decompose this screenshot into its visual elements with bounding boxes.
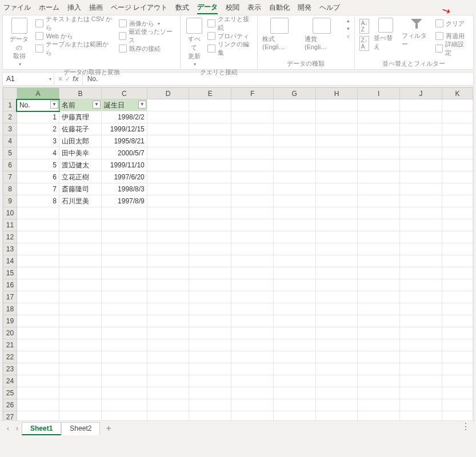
cell[interactable] [442, 291, 473, 303]
filter-dropdown-button[interactable]: ▼ [138, 101, 146, 109]
cell[interactable] [442, 99, 473, 111]
cell[interactable] [273, 255, 315, 267]
filter-dropdown-button[interactable]: ▼ [50, 101, 58, 109]
cell[interactable]: 斎藤隆司 [59, 183, 102, 195]
cell[interactable] [358, 195, 400, 207]
cell[interactable] [400, 183, 442, 195]
cell[interactable] [59, 399, 102, 411]
cell[interactable] [442, 351, 473, 363]
cell[interactable]: 田中美幸 [59, 147, 102, 159]
cell[interactable] [442, 195, 473, 207]
menu-tab-開発[interactable]: 開発 [298, 2, 311, 14]
row-header[interactable]: 21 [3, 339, 17, 351]
cell[interactable] [358, 255, 400, 267]
cell[interactable] [189, 231, 231, 243]
menu-tab-ファイル[interactable]: ファイル [3, 2, 31, 14]
cell[interactable] [17, 267, 59, 279]
cell[interactable] [400, 279, 442, 291]
row-header[interactable]: 8 [3, 183, 17, 195]
row-header[interactable]: 9 [3, 195, 17, 207]
cell[interactable] [101, 351, 147, 363]
cell[interactable] [189, 339, 231, 351]
cell[interactable] [315, 99, 358, 111]
cell[interactable] [147, 207, 189, 219]
cell[interactable] [59, 231, 102, 243]
advanced-filter-button[interactable]: 詳細設定 [435, 43, 469, 54]
cell[interactable] [400, 399, 442, 411]
cell[interactable] [101, 207, 147, 219]
filter-button[interactable]: フィルター [402, 18, 431, 49]
cell[interactable]: 2 [17, 123, 59, 135]
cell[interactable] [147, 171, 189, 183]
currencies-button[interactable]: 通貨 (Engli… [305, 18, 339, 50]
cell[interactable] [147, 183, 189, 195]
cell[interactable] [442, 387, 473, 399]
cell[interactable] [231, 111, 274, 123]
cell[interactable] [358, 291, 400, 303]
cell[interactable] [101, 291, 147, 303]
cell[interactable] [101, 231, 147, 243]
cell[interactable] [442, 267, 473, 279]
column-header-J[interactable]: J [400, 88, 442, 99]
cell[interactable] [101, 363, 147, 375]
cell[interactable]: 立花正樹 [59, 171, 102, 183]
row-header[interactable]: 20 [3, 327, 17, 339]
cell[interactable] [189, 279, 231, 291]
row-header[interactable]: 10 [3, 207, 17, 219]
cell[interactable] [147, 351, 189, 363]
cell[interactable] [17, 387, 59, 399]
sheet-options-icon[interactable]: ⋮ [461, 421, 470, 432]
name-box[interactable]: A1 [3, 73, 54, 85]
cell[interactable] [400, 99, 442, 111]
cell[interactable] [273, 339, 315, 351]
cell[interactable] [231, 327, 274, 339]
from-text-csv-button[interactable]: テキストまたは CSV から [35, 18, 114, 29]
cell[interactable] [442, 111, 473, 123]
cell[interactable] [358, 99, 400, 111]
cell[interactable] [147, 315, 189, 327]
cell[interactable] [442, 315, 473, 327]
cell[interactable] [400, 171, 442, 183]
cell[interactable] [358, 183, 400, 195]
cell[interactable] [273, 291, 315, 303]
cell[interactable] [17, 291, 59, 303]
cell[interactable] [189, 183, 231, 195]
cell[interactable] [315, 195, 358, 207]
cell[interactable] [358, 123, 400, 135]
sheet-tab-Sheet2[interactable]: Sheet2 [61, 422, 100, 435]
row-header[interactable]: 23 [3, 363, 17, 375]
cell[interactable] [442, 303, 473, 315]
menu-tab-ヘルプ[interactable]: ヘルプ [319, 2, 340, 14]
cell[interactable] [442, 363, 473, 375]
cell[interactable] [59, 363, 102, 375]
column-header-G[interactable]: G [273, 88, 315, 99]
menu-tab-ホーム[interactable]: ホーム [39, 2, 59, 14]
cell[interactable] [147, 339, 189, 351]
cell[interactable]: 7 [17, 183, 59, 195]
cell[interactable] [17, 207, 59, 219]
row-header[interactable]: 14 [3, 255, 17, 267]
cell[interactable] [101, 375, 147, 387]
menu-tab-挿入[interactable]: 挿入 [67, 2, 81, 14]
cell[interactable] [358, 219, 400, 231]
column-header-H[interactable]: H [315, 88, 358, 99]
sort-desc-button[interactable]: Z↓A [359, 35, 370, 52]
column-header-B[interactable]: B [59, 88, 102, 99]
cell[interactable] [231, 123, 274, 135]
cell[interactable] [59, 207, 102, 219]
row-header[interactable]: 25 [3, 387, 17, 399]
row-header[interactable]: 13 [3, 243, 17, 255]
cell[interactable] [231, 99, 274, 111]
cell[interactable] [59, 267, 102, 279]
cell[interactable]: 名前▼ [59, 99, 102, 111]
cell[interactable] [442, 147, 473, 159]
cell[interactable] [59, 279, 102, 291]
sort-dialog-button[interactable]: 並べ替え [374, 18, 397, 51]
cell[interactable] [358, 399, 400, 411]
cell[interactable] [101, 219, 147, 231]
cell[interactable] [315, 243, 358, 255]
cell[interactable] [273, 315, 315, 327]
cell[interactable] [400, 363, 442, 375]
cell[interactable] [231, 231, 274, 243]
cell[interactable] [189, 387, 231, 399]
